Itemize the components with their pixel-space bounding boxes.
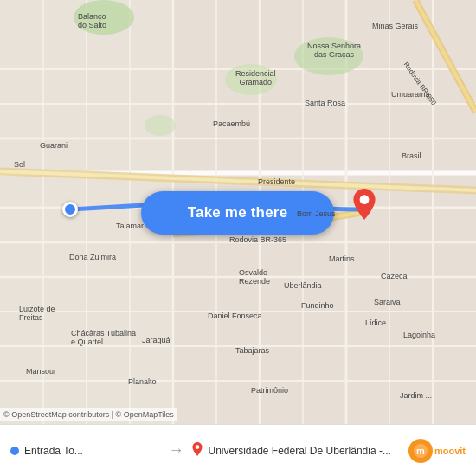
svg-point-29 <box>225 64 277 95</box>
moovit-logo-text: moovit <box>434 446 466 456</box>
from-location: Entrada To... <box>10 445 159 457</box>
bottom-bar: Entrada To... → Universidade Federal De … <box>0 424 476 476</box>
map-container: Balançodo Salto Minas Gerais Nossa Senho… <box>0 0 476 424</box>
take-me-there-button[interactable]: Take me there <box>141 191 334 235</box>
svg-point-27 <box>74 0 134 35</box>
moovit-logo: m moovit <box>408 439 466 463</box>
destination-marker <box>352 189 376 223</box>
to-location: Universidade Federal De Uberlândia -... <box>192 442 401 459</box>
map-attribution: © OpenStreetMap contributors | © OpenMap… <box>0 408 177 421</box>
svg-point-28 <box>294 37 363 75</box>
to-text: Universidade Federal De Uberlândia -... <box>208 445 390 457</box>
from-icon <box>10 447 19 455</box>
moovit-logo-icon: m <box>408 439 433 463</box>
svg-point-30 <box>145 115 176 136</box>
svg-text:m: m <box>416 446 425 456</box>
svg-point-31 <box>360 195 370 204</box>
from-text: Entrada To... <box>24 445 83 457</box>
origin-marker <box>62 202 78 217</box>
app: Balançodo Salto Minas Gerais Nossa Senho… <box>0 0 476 476</box>
destination-pin-icon <box>192 442 203 459</box>
arrow-icon: → <box>168 441 183 460</box>
svg-point-32 <box>196 445 200 449</box>
